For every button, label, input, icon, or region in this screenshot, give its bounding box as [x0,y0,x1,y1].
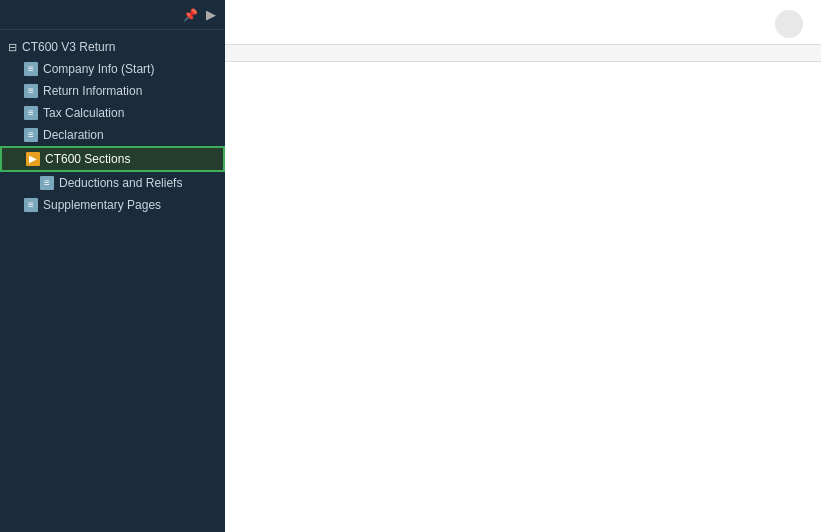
sidebar: 📌 ▶ ⊟CT600 V3 Return≡Company Info (Start… [0,0,225,532]
sidebar-item-tax-calculation[interactable]: ≡Tax Calculation [0,102,225,124]
sidebar-item-label: Company Info (Start) [43,62,154,76]
file-icon: ≡ [24,62,38,76]
folder-icon: ▶ [26,152,40,166]
expand-icon[interactable]: ▶ [206,8,215,22]
file-icon: ≡ [24,106,38,120]
sidebar-item-label: Tax Calculation [43,106,124,120]
file-icon: ≡ [24,128,38,142]
sidebar-item-return-information[interactable]: ≡Return Information [0,80,225,102]
sidebar-item-deductions-reliefs-nav[interactable]: ≡Deductions and Reliefs [0,172,225,194]
file-icon: ≡ [24,198,38,212]
sidebar-tree: ⊟CT600 V3 Return≡Company Info (Start)≡Re… [0,30,225,532]
sidebar-header: 📌 ▶ [0,0,225,30]
sidebar-item-ct600-sections[interactable]: ▶CT600 Sections [0,146,225,172]
sidebar-item-label: CT600 V3 Return [22,40,115,54]
subtitle-bar [225,45,821,62]
sidebar-item-company-info[interactable]: ≡Company Info (Start) [0,58,225,80]
help-button[interactable] [775,10,803,38]
sidebar-item-ct600-return[interactable]: ⊟CT600 V3 Return [0,36,225,58]
main-header [225,0,821,45]
file-icon: ≡ [24,84,38,98]
sidebar-item-label: Supplementary Pages [43,198,161,212]
file-icon: ≡ [40,176,54,190]
sidebar-item-declaration[interactable]: ≡Declaration [0,124,225,146]
sidebar-item-label: Declaration [43,128,104,142]
pin-icon[interactable]: 📌 [183,8,198,22]
tree-icon: ⊟ [8,41,17,54]
main-content [225,0,821,532]
sidebar-item-label: Deductions and Reliefs [59,176,182,190]
sidebar-item-supplementary-pages[interactable]: ≡Supplementary Pages [0,194,225,216]
sidebar-item-label: Return Information [43,84,142,98]
sections-list [225,62,821,532]
sidebar-item-label: CT600 Sections [45,152,130,166]
sidebar-header-icons: 📌 ▶ [183,8,215,22]
